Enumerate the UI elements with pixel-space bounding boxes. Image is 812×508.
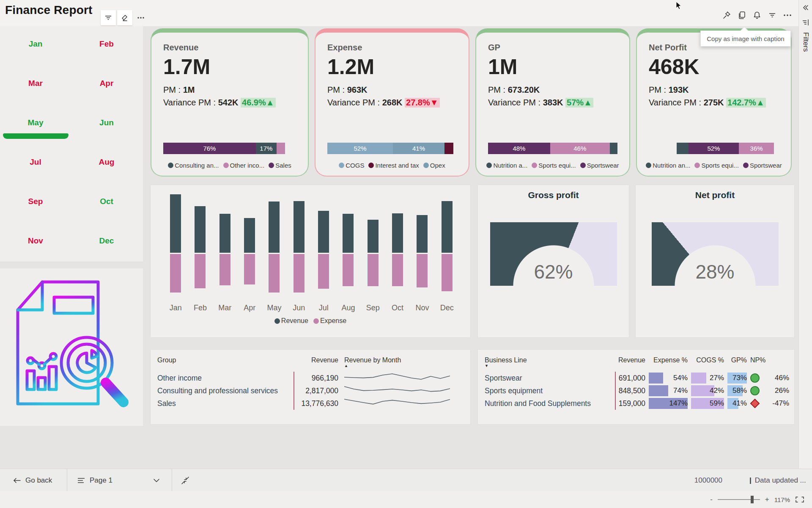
month-button-oct[interactable]: Oct bbox=[100, 197, 113, 206]
revenue-bar[interactable] bbox=[269, 202, 280, 253]
kpi-card-expense[interactable]: Expense1.2MPM : 963KVariance PM : 268K 2… bbox=[315, 28, 469, 177]
revenue-bar[interactable] bbox=[294, 201, 304, 253]
month-column-dec[interactable]: Dec bbox=[435, 193, 459, 312]
gross-profit-gauge[interactable]: Gross profit 62% bbox=[478, 185, 629, 337]
zoom-in-button[interactable]: + bbox=[765, 495, 769, 504]
copy-button[interactable] bbox=[735, 8, 749, 22]
month-column-jun[interactable]: Jun bbox=[287, 193, 311, 312]
expense-bar[interactable] bbox=[244, 254, 255, 284]
expense-bar[interactable] bbox=[392, 254, 403, 286]
table-row-sports-equipment[interactable]: Sports equipment848,50074%42%58%26% bbox=[485, 384, 787, 397]
month-column-aug[interactable]: Aug bbox=[336, 193, 360, 312]
expense-bar[interactable] bbox=[294, 254, 304, 293]
revenue-bar[interactable] bbox=[392, 213, 403, 253]
month-column-apr[interactable]: Apr bbox=[237, 193, 262, 312]
column-header-cogs-pct[interactable]: COGS % bbox=[691, 356, 724, 367]
revenue-bar[interactable] bbox=[417, 215, 428, 253]
revenue-bar[interactable] bbox=[170, 194, 181, 253]
business-line-table[interactable]: Business Line▼ Revenue Expense % COGS % … bbox=[478, 350, 794, 424]
kpi-card-revenue[interactable]: Revenue1.7MPM : 1MVariance PM : 542K 46.… bbox=[151, 28, 309, 177]
month-column-jan[interactable]: Jan bbox=[163, 193, 188, 312]
revenue-expense-monthly-chart[interactable]: JanFebMarAprMayJunJulAugSepOctNovDec Rev… bbox=[151, 185, 470, 337]
go-back-button[interactable]: Go back bbox=[13, 469, 52, 491]
column-header-group[interactable]: Group bbox=[157, 356, 294, 367]
expense-bar[interactable] bbox=[442, 254, 453, 291]
bar-segment[interactable]: 48% bbox=[488, 143, 550, 154]
column-header-expense-pct[interactable]: Expense % bbox=[649, 356, 688, 367]
month-button-feb[interactable]: Feb bbox=[99, 39, 114, 49]
notifications-button[interactable] bbox=[750, 8, 764, 22]
collapse-chevrons-icon[interactable] bbox=[802, 4, 809, 11]
bar-segment[interactable] bbox=[610, 143, 617, 154]
expense-bar[interactable] bbox=[219, 254, 230, 285]
column-header-np-pct[interactable]: NP% bbox=[750, 356, 789, 367]
bar-segment[interactable]: 36% bbox=[739, 143, 774, 154]
revenue-bar[interactable] bbox=[219, 214, 230, 253]
view-filter-button[interactable] bbox=[765, 8, 779, 22]
bar-segment[interactable]: 46% bbox=[550, 143, 610, 154]
more-options-button[interactable] bbox=[134, 10, 148, 25]
month-column-feb[interactable]: Feb bbox=[188, 193, 212, 312]
month-button-aug[interactable]: Aug bbox=[99, 157, 115, 167]
bar-segment[interactable]: 41% bbox=[393, 143, 444, 154]
zoom-slider-handle[interactable] bbox=[751, 496, 754, 503]
month-button-may[interactable]: May bbox=[28, 118, 44, 127]
month-column-sep[interactable]: Sep bbox=[361, 193, 385, 312]
month-button-jul[interactable]: Jul bbox=[30, 157, 41, 167]
month-column-nov[interactable]: Nov bbox=[410, 193, 434, 312]
table-row-sportswear[interactable]: Sportswear691,00054%27%73%46% bbox=[485, 372, 787, 384]
table-row-other-income[interactable]: Other income966,190 bbox=[157, 372, 464, 384]
filter-button[interactable] bbox=[101, 10, 116, 25]
month-button-nov[interactable]: Nov bbox=[28, 236, 43, 246]
table-row-consulting-and-professional-services[interactable]: Consulting and professional services2,81… bbox=[157, 384, 464, 397]
kpi-card-net-porfit[interactable]: Net Porfit468KPM : 193KVariance PM : 275… bbox=[636, 28, 792, 177]
revenue-bar[interactable] bbox=[368, 220, 379, 253]
revenue-bar[interactable] bbox=[244, 218, 255, 253]
month-button-dec[interactable]: Dec bbox=[99, 236, 114, 246]
month-button-jan[interactable]: Jan bbox=[29, 39, 43, 49]
month-button-apr[interactable]: Apr bbox=[100, 79, 114, 88]
expense-bar[interactable] bbox=[343, 254, 354, 286]
bar-segment[interactable] bbox=[277, 143, 285, 154]
bar-segment[interactable]: 52% bbox=[689, 143, 739, 154]
expense-bar[interactable] bbox=[170, 254, 181, 293]
expense-bar[interactable] bbox=[318, 254, 329, 289]
group-revenue-table[interactable]: Group Revenue Revenue by Month▲ Other in… bbox=[151, 350, 470, 424]
eraser-button[interactable] bbox=[117, 10, 132, 25]
zoom-slider[interactable] bbox=[718, 499, 760, 500]
page-selector[interactable]: Page 1 bbox=[77, 469, 112, 491]
collapse-view-button[interactable] bbox=[181, 469, 189, 491]
table-row-sales[interactable]: Sales13,776,630 bbox=[157, 397, 464, 410]
expense-bar[interactable] bbox=[195, 254, 206, 288]
column-header-gp-pct[interactable]: GP% bbox=[727, 356, 747, 367]
column-header-revenue[interactable]: Revenue bbox=[615, 356, 645, 367]
page-dropdown-chevron[interactable] bbox=[153, 469, 160, 491]
revenue-bar[interactable] bbox=[195, 206, 206, 253]
expense-bar[interactable] bbox=[269, 254, 280, 293]
revenue-bar[interactable] bbox=[318, 211, 329, 253]
month-button-jun[interactable]: Jun bbox=[99, 118, 114, 127]
bar-segment[interactable] bbox=[444, 143, 453, 154]
month-button-mar[interactable]: Mar bbox=[28, 79, 43, 88]
bar-segment[interactable]: 52% bbox=[327, 143, 393, 154]
filters-pane-toggle-icon[interactable] bbox=[802, 19, 809, 26]
bar-segment[interactable]: 76% bbox=[163, 143, 256, 154]
net-profit-gauge[interactable]: Net profit 28% bbox=[636, 185, 794, 337]
month-column-oct[interactable]: Oct bbox=[385, 193, 410, 312]
column-header-revenue-by-month[interactable]: Revenue by Month▲ bbox=[338, 356, 464, 367]
bar-segment[interactable] bbox=[677, 143, 689, 154]
table-row-nutrition-and-food-supplements[interactable]: Nutrition and Food Supplements159,000147… bbox=[485, 397, 787, 410]
expense-bar[interactable] bbox=[417, 254, 428, 287]
month-column-jul[interactable]: Jul bbox=[311, 193, 336, 312]
filters-pane-collapsed[interactable]: Filters bbox=[798, 0, 812, 469]
pin-button[interactable] bbox=[720, 8, 733, 22]
zoom-out-button[interactable]: - bbox=[710, 495, 713, 504]
revenue-bar[interactable] bbox=[343, 214, 354, 253]
fit-to-screen-button[interactable] bbox=[795, 496, 804, 503]
filters-pane-label[interactable]: Filters bbox=[801, 32, 810, 52]
column-header-business-line[interactable]: Business Line▼ bbox=[485, 356, 612, 367]
month-button-sep[interactable]: Sep bbox=[28, 197, 43, 206]
kpi-card-gp[interactable]: GP1MPM : 673.20KVariance PM : 383K 57%▲4… bbox=[475, 28, 630, 177]
month-column-may[interactable]: May bbox=[262, 193, 286, 312]
revenue-bar[interactable] bbox=[442, 201, 453, 253]
